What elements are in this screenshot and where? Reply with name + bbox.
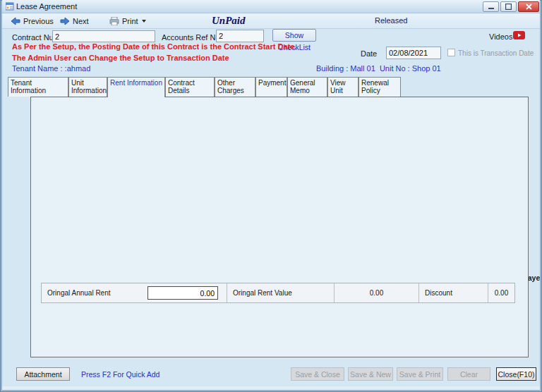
status-strip (2, 386, 540, 392)
posting-date-warning: As Per the Setup, the Posting Date of th… (12, 42, 296, 51)
window-title: Lease Agreement (16, 2, 77, 11)
date-input[interactable] (386, 47, 441, 59)
transaction-date-checkbox[interactable] (447, 49, 455, 56)
clear-button[interactable]: Clear (447, 367, 490, 381)
original-annual-rent-input[interactable] (147, 286, 218, 300)
maximize-button[interactable] (500, 1, 517, 12)
tenant-name-text: Tenant Name : :ahmad (12, 64, 90, 73)
date-label: Date (361, 49, 377, 58)
original-annual-rent-label: Oringal Annual Rent (42, 283, 147, 302)
tab-general-memo[interactable]: General Memo (287, 77, 327, 97)
transaction-date-label: This is Transaction Date (458, 49, 534, 57)
chevron-down-icon (141, 19, 147, 23)
discount-value: 0.00 (488, 283, 514, 302)
attachment-button[interactable]: Attachment (16, 367, 70, 381)
minimize-button[interactable] (483, 1, 499, 12)
title-bar[interactable]: Lease Agreement (2, 0, 540, 13)
tab-payment[interactable]: Payment (255, 77, 287, 97)
tab-renewal-policy[interactable]: Renewal Policy (359, 77, 401, 97)
app-icon (6, 2, 14, 11)
discount-label: Discount (418, 283, 488, 302)
tab-contract-details[interactable]: Contract Details (165, 77, 215, 97)
toolbar: Previous Next Print UnPaid Released (2, 13, 540, 29)
close-f10-button[interactable]: Close(F10) (496, 367, 536, 381)
original-rent-value-label: Oringal Rent Value (227, 283, 334, 302)
save-close-button[interactable]: Save & Close (291, 367, 344, 381)
accounts-ref-label: Accounts Ref No (162, 33, 220, 42)
previous-label: Previous (23, 17, 54, 25)
arrow-left-icon (11, 17, 20, 25)
rent-information-panel (30, 97, 529, 357)
tab-unit-information[interactable]: Unit Information (68, 77, 107, 97)
contract-number-input[interactable] (52, 30, 155, 42)
youtube-icon[interactable] (513, 31, 525, 39)
quick-add-hint: Press F2 For Quick Add (81, 370, 159, 379)
tab-rent-information[interactable]: Rent Information (107, 77, 165, 97)
close-button[interactable] (518, 1, 539, 12)
save-print-button[interactable]: Save & Print (397, 367, 443, 381)
admin-setup-warning: The Admin User can Change the Setup to T… (12, 54, 229, 62)
previous-button[interactable]: Previous (8, 15, 56, 27)
save-new-button[interactable]: Save & New (348, 367, 393, 381)
next-label: Next (73, 17, 89, 25)
print-button[interactable]: Print (107, 15, 150, 27)
accounts-ref-input[interactable] (216, 30, 264, 42)
tab-view-unit[interactable]: View Unit (327, 77, 359, 97)
lease-agreement-window: Lease Agreement Previous Next Print UnPa… (0, 0, 542, 392)
next-button[interactable]: Next (57, 15, 92, 27)
original-rent-value: 0.00 (334, 283, 418, 302)
tab-other-charges[interactable]: Other Charges (215, 77, 255, 97)
tab-tenant-information[interactable]: Tenant Information (8, 77, 68, 97)
original-rent-row: Oringal Annual Rent Oringal Rent Value 0… (41, 283, 515, 303)
released-status: Released (375, 16, 407, 25)
building-unit-text: Building : Mall 01 Unit No : Shop 01 (316, 64, 441, 73)
arrow-right-icon (60, 17, 70, 25)
printer-icon (109, 17, 119, 25)
videos-label: Videos (489, 32, 512, 41)
original-annual-rent-cell (147, 283, 227, 302)
unpaid-status: UnPaid (212, 15, 246, 27)
show-checklist-button[interactable]: Show CheckList (272, 29, 316, 42)
print-label: Print (122, 17, 138, 25)
